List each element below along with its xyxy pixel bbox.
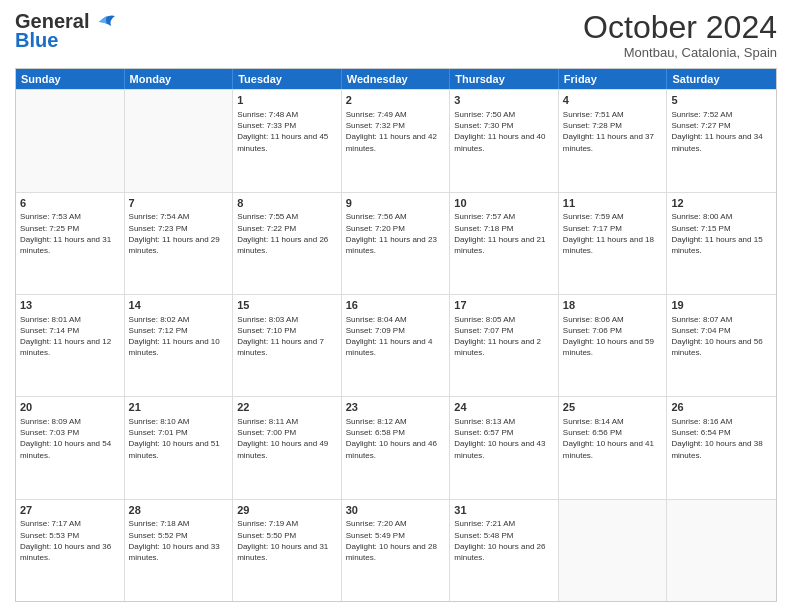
sun-info: Sunrise: 8:06 AM Sunset: 7:06 PM Dayligh… bbox=[563, 314, 663, 359]
day-cell-4: 4Sunrise: 7:51 AM Sunset: 7:28 PM Daylig… bbox=[559, 90, 668, 191]
sun-info: Sunrise: 8:00 AM Sunset: 7:15 PM Dayligh… bbox=[671, 211, 772, 256]
day-cell-27: 27Sunrise: 7:17 AM Sunset: 5:53 PM Dayli… bbox=[16, 500, 125, 601]
calendar-header: SundayMondayTuesdayWednesdayThursdayFrid… bbox=[16, 69, 776, 89]
day-number: 5 bbox=[671, 93, 772, 108]
calendar: SundayMondayTuesdayWednesdayThursdayFrid… bbox=[15, 68, 777, 602]
day-cell-15: 15Sunrise: 8:03 AM Sunset: 7:10 PM Dayli… bbox=[233, 295, 342, 396]
day-number: 16 bbox=[346, 298, 446, 313]
day-cell-3: 3Sunrise: 7:50 AM Sunset: 7:30 PM Daylig… bbox=[450, 90, 559, 191]
day-cell-16: 16Sunrise: 8:04 AM Sunset: 7:09 PM Dayli… bbox=[342, 295, 451, 396]
day-cell-20: 20Sunrise: 8:09 AM Sunset: 7:03 PM Dayli… bbox=[16, 397, 125, 498]
day-cell-17: 17Sunrise: 8:05 AM Sunset: 7:07 PM Dayli… bbox=[450, 295, 559, 396]
day-number: 14 bbox=[129, 298, 229, 313]
sun-info: Sunrise: 8:07 AM Sunset: 7:04 PM Dayligh… bbox=[671, 314, 772, 359]
sun-info: Sunrise: 8:12 AM Sunset: 6:58 PM Dayligh… bbox=[346, 416, 446, 461]
calendar-row-4: 20Sunrise: 8:09 AM Sunset: 7:03 PM Dayli… bbox=[16, 396, 776, 498]
day-number: 11 bbox=[563, 196, 663, 211]
sun-info: Sunrise: 8:11 AM Sunset: 7:00 PM Dayligh… bbox=[237, 416, 337, 461]
sun-info: Sunrise: 7:20 AM Sunset: 5:49 PM Dayligh… bbox=[346, 518, 446, 563]
sun-info: Sunrise: 7:17 AM Sunset: 5:53 PM Dayligh… bbox=[20, 518, 120, 563]
day-number: 28 bbox=[129, 503, 229, 518]
day-cell-19: 19Sunrise: 8:07 AM Sunset: 7:04 PM Dayli… bbox=[667, 295, 776, 396]
sun-info: Sunrise: 7:57 AM Sunset: 7:18 PM Dayligh… bbox=[454, 211, 554, 256]
page: General Blue October 2024 Montbau, Catal… bbox=[0, 0, 792, 612]
day-number: 8 bbox=[237, 196, 337, 211]
empty-cell bbox=[667, 500, 776, 601]
day-number: 30 bbox=[346, 503, 446, 518]
day-cell-8: 8Sunrise: 7:55 AM Sunset: 7:22 PM Daylig… bbox=[233, 193, 342, 294]
sun-info: Sunrise: 7:18 AM Sunset: 5:52 PM Dayligh… bbox=[129, 518, 229, 563]
sun-info: Sunrise: 7:48 AM Sunset: 7:33 PM Dayligh… bbox=[237, 109, 337, 154]
day-cell-22: 22Sunrise: 8:11 AM Sunset: 7:00 PM Dayli… bbox=[233, 397, 342, 498]
day-cell-26: 26Sunrise: 8:16 AM Sunset: 6:54 PM Dayli… bbox=[667, 397, 776, 498]
title-block: October 2024 Montbau, Catalonia, Spain bbox=[583, 10, 777, 60]
day-cell-21: 21Sunrise: 8:10 AM Sunset: 7:01 PM Dayli… bbox=[125, 397, 234, 498]
day-number: 24 bbox=[454, 400, 554, 415]
sun-info: Sunrise: 8:16 AM Sunset: 6:54 PM Dayligh… bbox=[671, 416, 772, 461]
day-of-week-wednesday: Wednesday bbox=[342, 69, 451, 89]
day-number: 4 bbox=[563, 93, 663, 108]
day-cell-10: 10Sunrise: 7:57 AM Sunset: 7:18 PM Dayli… bbox=[450, 193, 559, 294]
sun-info: Sunrise: 8:05 AM Sunset: 7:07 PM Dayligh… bbox=[454, 314, 554, 359]
sun-info: Sunrise: 7:49 AM Sunset: 7:32 PM Dayligh… bbox=[346, 109, 446, 154]
day-number: 18 bbox=[563, 298, 663, 313]
day-number: 23 bbox=[346, 400, 446, 415]
day-number: 2 bbox=[346, 93, 446, 108]
day-number: 19 bbox=[671, 298, 772, 313]
day-cell-24: 24Sunrise: 8:13 AM Sunset: 6:57 PM Dayli… bbox=[450, 397, 559, 498]
day-cell-31: 31Sunrise: 7:21 AM Sunset: 5:48 PM Dayli… bbox=[450, 500, 559, 601]
day-number: 15 bbox=[237, 298, 337, 313]
day-cell-6: 6Sunrise: 7:53 AM Sunset: 7:25 PM Daylig… bbox=[16, 193, 125, 294]
logo: General Blue bbox=[15, 10, 117, 52]
day-number: 21 bbox=[129, 400, 229, 415]
day-cell-18: 18Sunrise: 8:06 AM Sunset: 7:06 PM Dayli… bbox=[559, 295, 668, 396]
day-cell-29: 29Sunrise: 7:19 AM Sunset: 5:50 PM Dayli… bbox=[233, 500, 342, 601]
day-cell-5: 5Sunrise: 7:52 AM Sunset: 7:27 PM Daylig… bbox=[667, 90, 776, 191]
sun-info: Sunrise: 7:54 AM Sunset: 7:23 PM Dayligh… bbox=[129, 211, 229, 256]
day-number: 26 bbox=[671, 400, 772, 415]
day-number: 9 bbox=[346, 196, 446, 211]
sun-info: Sunrise: 7:59 AM Sunset: 7:17 PM Dayligh… bbox=[563, 211, 663, 256]
day-cell-1: 1Sunrise: 7:48 AM Sunset: 7:33 PM Daylig… bbox=[233, 90, 342, 191]
sun-info: Sunrise: 7:21 AM Sunset: 5:48 PM Dayligh… bbox=[454, 518, 554, 563]
day-number: 7 bbox=[129, 196, 229, 211]
sun-info: Sunrise: 8:02 AM Sunset: 7:12 PM Dayligh… bbox=[129, 314, 229, 359]
day-number: 29 bbox=[237, 503, 337, 518]
sun-info: Sunrise: 8:10 AM Sunset: 7:01 PM Dayligh… bbox=[129, 416, 229, 461]
location: Montbau, Catalonia, Spain bbox=[583, 45, 777, 60]
month-title: October 2024 bbox=[583, 10, 777, 45]
empty-cell bbox=[125, 90, 234, 191]
sun-info: Sunrise: 7:53 AM Sunset: 7:25 PM Dayligh… bbox=[20, 211, 120, 256]
day-number: 25 bbox=[563, 400, 663, 415]
day-number: 3 bbox=[454, 93, 554, 108]
day-of-week-sunday: Sunday bbox=[16, 69, 125, 89]
day-of-week-friday: Friday bbox=[559, 69, 668, 89]
day-number: 20 bbox=[20, 400, 120, 415]
sun-info: Sunrise: 7:50 AM Sunset: 7:30 PM Dayligh… bbox=[454, 109, 554, 154]
day-cell-25: 25Sunrise: 8:14 AM Sunset: 6:56 PM Dayli… bbox=[559, 397, 668, 498]
calendar-row-2: 6Sunrise: 7:53 AM Sunset: 7:25 PM Daylig… bbox=[16, 192, 776, 294]
day-cell-2: 2Sunrise: 7:49 AM Sunset: 7:32 PM Daylig… bbox=[342, 90, 451, 191]
day-cell-28: 28Sunrise: 7:18 AM Sunset: 5:52 PM Dayli… bbox=[125, 500, 234, 601]
day-of-week-saturday: Saturday bbox=[667, 69, 776, 89]
sun-info: Sunrise: 8:14 AM Sunset: 6:56 PM Dayligh… bbox=[563, 416, 663, 461]
sun-info: Sunrise: 7:52 AM Sunset: 7:27 PM Dayligh… bbox=[671, 109, 772, 154]
day-of-week-monday: Monday bbox=[125, 69, 234, 89]
day-number: 6 bbox=[20, 196, 120, 211]
calendar-row-3: 13Sunrise: 8:01 AM Sunset: 7:14 PM Dayli… bbox=[16, 294, 776, 396]
day-number: 13 bbox=[20, 298, 120, 313]
day-number: 17 bbox=[454, 298, 554, 313]
logo-bird-icon bbox=[89, 12, 117, 32]
day-cell-9: 9Sunrise: 7:56 AM Sunset: 7:20 PM Daylig… bbox=[342, 193, 451, 294]
sun-info: Sunrise: 8:04 AM Sunset: 7:09 PM Dayligh… bbox=[346, 314, 446, 359]
day-of-week-thursday: Thursday bbox=[450, 69, 559, 89]
day-number: 12 bbox=[671, 196, 772, 211]
day-number: 22 bbox=[237, 400, 337, 415]
logo-text-blue: Blue bbox=[15, 29, 58, 52]
sun-info: Sunrise: 8:03 AM Sunset: 7:10 PM Dayligh… bbox=[237, 314, 337, 359]
day-number: 1 bbox=[237, 93, 337, 108]
sun-info: Sunrise: 7:51 AM Sunset: 7:28 PM Dayligh… bbox=[563, 109, 663, 154]
day-number: 10 bbox=[454, 196, 554, 211]
calendar-body: 1Sunrise: 7:48 AM Sunset: 7:33 PM Daylig… bbox=[16, 89, 776, 601]
sun-info: Sunrise: 8:01 AM Sunset: 7:14 PM Dayligh… bbox=[20, 314, 120, 359]
